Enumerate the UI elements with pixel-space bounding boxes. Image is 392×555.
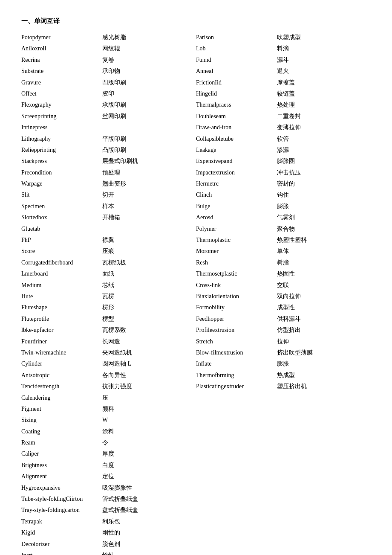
term: Blow-filmextrusion xyxy=(196,348,277,357)
term: Gravure xyxy=(21,78,102,87)
list-item: Offeet胶印 xyxy=(21,89,196,99)
translation: W xyxy=(102,416,196,425)
translation: 厚度 xyxy=(102,449,196,459)
translation: 白度 xyxy=(102,461,196,470)
term: Coating xyxy=(21,427,102,436)
list-item: Corrugatedfiberboard瓦楞纸板 xyxy=(21,258,196,267)
list-item: Precondition预处理 xyxy=(21,168,196,177)
list-item: SizingW xyxy=(21,416,196,425)
translation: 夹网造纸机 xyxy=(102,348,196,357)
term: Offeet xyxy=(21,89,102,99)
translation: 瓦楞系数 xyxy=(102,325,196,335)
list-item: Medium芯纸 xyxy=(21,281,196,290)
list-item: Coating涂料 xyxy=(21,427,196,436)
translation: 塑压挤出机 xyxy=(277,382,371,391)
translation: 退火 xyxy=(277,67,371,76)
term: Funnd xyxy=(196,55,277,65)
translation: 密封的 xyxy=(277,179,371,189)
term: Thermalpraess xyxy=(196,100,277,110)
term: Collapsibletube xyxy=(196,134,277,144)
translation: 胶印 xyxy=(102,89,196,99)
translation: 双向拉伸 xyxy=(277,292,371,301)
list-item: Blow-filmextrusion挤出吹型薄膜 xyxy=(196,348,371,357)
term: Reliepprinting xyxy=(21,145,102,155)
term: Leakage xyxy=(196,145,277,155)
list-item: Cylinder圆网造轴 L xyxy=(21,359,196,369)
translation: 长网造 xyxy=(102,337,196,346)
list-item: Thermoplastic热塑性塑料 xyxy=(196,235,371,245)
term: Lmerboard xyxy=(21,269,102,279)
term: Tray-style-foldingcarton xyxy=(21,506,102,515)
translation: 承印物 xyxy=(102,67,196,76)
list-item: Leakage渗漏 xyxy=(196,145,371,155)
term: Fourdriner xyxy=(21,337,102,346)
list-item: Inert惰性 xyxy=(21,551,196,555)
list-item: Doubleseam二重卷封 xyxy=(196,112,371,121)
term: Biaxialorientation xyxy=(196,292,277,301)
list-item: Aniloxroll网纹辊 xyxy=(21,44,196,53)
list-item: Calendering压 xyxy=(21,393,196,403)
translation: 吸湿膨胀性 xyxy=(102,483,196,493)
translation: 交联 xyxy=(277,281,371,290)
translation: 楞形 xyxy=(102,303,196,312)
list-item: Tetrapak利乐包 xyxy=(21,517,196,526)
list-item: Lithography平版印刷 xyxy=(21,134,196,144)
translation: 凹版印刷 xyxy=(102,78,196,87)
term: Substrate xyxy=(21,67,102,76)
list-item: Feedhopper供料漏斗 xyxy=(196,314,371,324)
translation: 软管 xyxy=(277,134,371,144)
translation: 热固性 xyxy=(277,269,371,279)
translation: 树脂 xyxy=(277,258,371,267)
list-item: Biaxialorientation双向拉伸 xyxy=(196,292,371,301)
translation: 吹塑成型 xyxy=(277,33,371,42)
list-item: Lob料滴 xyxy=(196,44,371,53)
translation: 承版印刷 xyxy=(102,100,196,110)
translation: 漏斗 xyxy=(277,55,371,65)
term: FrictionIid xyxy=(196,78,277,87)
list-item: Draw-and-iron变薄拉伸 xyxy=(196,123,371,132)
translation: 抗张力强度 xyxy=(102,382,196,391)
term: Thermofbrming xyxy=(196,371,277,380)
translation xyxy=(102,123,196,132)
term: Tetrapak xyxy=(21,517,102,526)
list-item: Fluteshape楞形 xyxy=(21,303,196,312)
translation: 成型性 xyxy=(277,303,371,312)
translation: 定位 xyxy=(102,472,196,481)
translation: 拉伸 xyxy=(277,337,371,346)
translation: 颜料 xyxy=(102,404,196,414)
list-item: Formobility成型性 xyxy=(196,303,371,312)
list-item: Impactextrusion冲击抗压 xyxy=(196,168,371,177)
list-item: Slottedbox开槽箱 xyxy=(21,213,196,222)
translation: 膨胀圈 xyxy=(277,157,371,166)
right-column: Parison吹塑成型Lob料滴Funnd漏斗Anneal退火FrictionI… xyxy=(196,33,371,555)
list-item: Thermofbrming热成型 xyxy=(196,371,371,380)
term: Alignment xyxy=(21,472,102,481)
list-item: Intinepress xyxy=(21,123,196,132)
term: Bulge xyxy=(196,202,277,211)
list-item: Anneal退火 xyxy=(196,67,371,76)
term: Potopdymer xyxy=(21,33,102,42)
translation: 瓦楞纸板 xyxy=(102,258,196,267)
term: Formobility xyxy=(196,303,277,312)
list-item: Lmerboard面纸 xyxy=(21,269,196,279)
term: Inert xyxy=(21,551,102,555)
list-item: FrictionIid摩擦盖 xyxy=(196,78,371,87)
translation: 芯纸 xyxy=(102,281,196,290)
list-item: Cross-link交联 xyxy=(196,281,371,290)
list-item: Hermetrc密封的 xyxy=(196,179,371,189)
translation: 变薄拉伸 xyxy=(277,123,371,132)
list-item: Warpage翘曲变形 xyxy=(21,179,196,189)
list-item: Hygroexpansive吸湿膨胀性 xyxy=(21,483,196,493)
list-item: Screenprinting丝网印刷 xyxy=(21,112,196,121)
list-item: Stackpress层叠式印刷机 xyxy=(21,157,196,166)
list-item: Recrina复卷 xyxy=(21,55,196,65)
term: Screenprinting xyxy=(21,112,102,121)
list-item: Specimen样本 xyxy=(21,202,196,211)
term: lbke-upfactor xyxy=(21,325,102,335)
translation: 样本 xyxy=(102,202,196,211)
translation: 钩住 xyxy=(277,190,371,200)
translation: 聚合物 xyxy=(277,224,371,234)
list-item: Potopdymer感光树脂 xyxy=(21,33,196,42)
term: Corrugatedfiberboard xyxy=(21,258,102,267)
term: Hute xyxy=(21,292,102,301)
